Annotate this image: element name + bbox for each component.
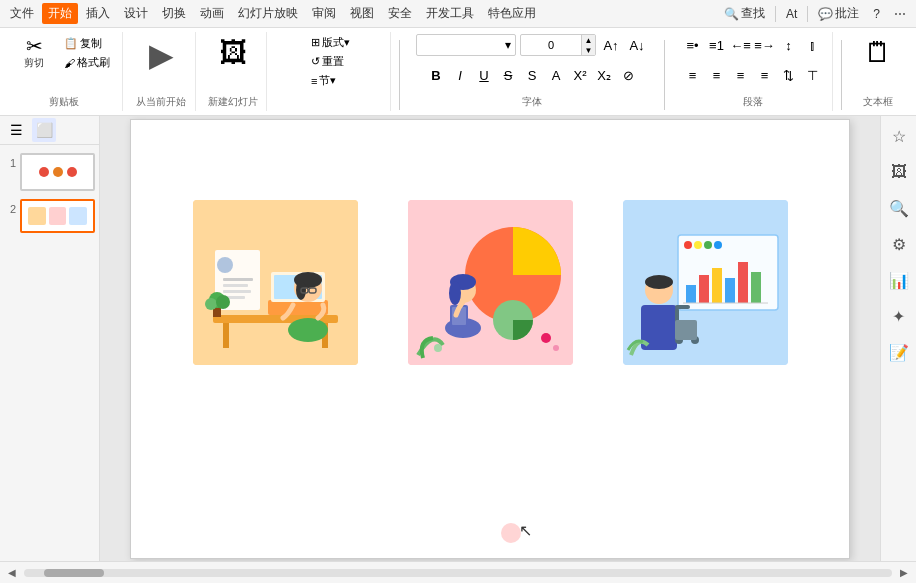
font-color-button[interactable]: A — [545, 65, 567, 87]
underline-button[interactable]: U — [473, 65, 495, 87]
menu-security[interactable]: 安全 — [382, 3, 418, 24]
right-panel-icon-4[interactable]: ⚙ — [885, 230, 913, 258]
thumb-illus2 — [49, 207, 67, 225]
format-paint-icon: 🖌 — [64, 57, 75, 69]
font-grow-button[interactable]: A↑ — [600, 34, 622, 56]
svg-point-8 — [217, 257, 233, 273]
illustration-3[interactable] — [623, 200, 788, 365]
menu-more[interactable]: ⋯ — [888, 5, 912, 23]
menu-animation[interactable]: 动画 — [194, 3, 230, 24]
font-name-dropdown[interactable]: ▾ — [416, 34, 516, 56]
justify-button[interactable]: ≡ — [754, 65, 776, 87]
ribbon-slide-group: ▶ 从当前开始 — [127, 32, 196, 111]
menu-transition[interactable]: 切换 — [156, 3, 192, 24]
scroll-left-button[interactable]: ◀ — [4, 565, 20, 581]
svg-point-27 — [541, 333, 551, 343]
svg-point-16 — [216, 295, 230, 309]
thumb-illus3 — [69, 207, 87, 225]
format-paint-button[interactable]: 🖌 格式刷 — [60, 54, 114, 71]
menu-design[interactable]: 设计 — [118, 3, 154, 24]
menu-slideshow[interactable]: 幻灯片放映 — [232, 3, 304, 24]
right-panel-icon-1[interactable]: ☆ — [885, 122, 913, 150]
reset-button[interactable]: ↺ 重置 — [307, 53, 354, 70]
text-align-vertical-button[interactable]: ⊤ — [802, 65, 824, 87]
menu-at[interactable]: At — [780, 5, 803, 23]
illus3-svg — [623, 200, 788, 365]
svg-rect-46 — [725, 278, 735, 303]
illus2-svg — [408, 200, 573, 365]
search-icon: 🔍 — [724, 7, 739, 21]
play-icon: ▶ — [149, 36, 174, 74]
illustration-2[interactable] — [408, 200, 573, 365]
textbox-button[interactable]: 🗒 — [858, 34, 898, 71]
subscript-button[interactable]: X₂ — [593, 65, 615, 87]
menu-comment[interactable]: 💬 批注 — [812, 3, 865, 24]
right-panel-icon-2[interactable]: 🖼 — [885, 158, 913, 186]
strikethrough-button[interactable]: S — [497, 65, 519, 87]
font-size-up[interactable]: ▲ — [581, 35, 595, 45]
shadow-button[interactable]: S — [521, 65, 543, 87]
reset-icon: ↺ — [311, 55, 320, 68]
slide-num-1: 1 — [4, 157, 16, 169]
menu-review[interactable]: 审阅 — [306, 3, 342, 24]
font-size-input[interactable] — [521, 39, 581, 51]
menu-view[interactable]: 视图 — [344, 3, 380, 24]
ribbon: ✂ 剪切 📋 复制 🖌 格式刷 剪贴板 ▶ 从当前开始 🖼 — [0, 28, 916, 116]
scroll-right-button[interactable]: ▶ — [896, 565, 912, 581]
font-shrink-button[interactable]: A↓ — [626, 34, 648, 56]
new-slide-button[interactable]: 🖼 — [213, 34, 253, 71]
slide-thumb-1[interactable]: 1 — [4, 153, 95, 191]
text-direction-button[interactable]: ⇅ — [778, 65, 800, 87]
numbering-button[interactable]: ≡1 — [706, 34, 728, 56]
menu-devtools[interactable]: 开发工具 — [420, 3, 480, 24]
menu-file[interactable]: 文件 — [4, 3, 40, 24]
right-panel: ☆ 🖼 🔍 ⚙ 📊 ✦ 📝 — [880, 116, 916, 561]
superscript-button[interactable]: X² — [569, 65, 591, 87]
scroll-thumb[interactable] — [44, 569, 104, 577]
start-slideshow-button[interactable]: ▶ — [135, 34, 187, 86]
copy-button[interactable]: 📋 复制 — [60, 35, 114, 52]
bullets-button[interactable]: ≡• — [682, 34, 704, 56]
menu-special[interactable]: 特色应用 — [482, 3, 542, 24]
align-center-button[interactable]: ≡ — [706, 65, 728, 87]
svg-rect-44 — [699, 275, 709, 303]
align-left-button[interactable]: ≡ — [682, 65, 704, 87]
bold-button[interactable]: B — [425, 65, 447, 87]
ribbon-divider — [399, 40, 400, 110]
slide-panel-icon[interactable]: ⬜ — [32, 118, 56, 142]
scroll-track[interactable] — [24, 569, 892, 577]
layout-button[interactable]: ⊞ 版式▾ — [307, 34, 354, 51]
ribbon-newslide-group: 🖼 新建幻灯片 — [200, 32, 267, 111]
svg-point-41 — [704, 241, 712, 249]
right-panel-icon-7[interactable]: 📝 — [885, 338, 913, 366]
right-panel-icon-6[interactable]: ✦ — [885, 302, 913, 330]
columns-button[interactable]: ⫿ — [802, 34, 824, 56]
menu-search[interactable]: 🔍 查找 — [718, 3, 771, 24]
indent-decrease-button[interactable]: ←≡ — [730, 34, 752, 56]
comment-icon: 💬 — [818, 7, 833, 21]
svg-rect-9 — [223, 278, 253, 281]
align-right-button[interactable]: ≡ — [730, 65, 752, 87]
indent-increase-button[interactable]: ≡→ — [754, 34, 776, 56]
slide-thumbnail-1[interactable] — [20, 153, 95, 191]
section-button[interactable]: ≡ 节▾ — [307, 72, 354, 89]
menu-insert[interactable]: 插入 — [80, 3, 116, 24]
svg-rect-43 — [686, 285, 696, 303]
slide-thumb-2[interactable]: 2 — [4, 199, 95, 233]
cut-icon: ✂ — [26, 36, 43, 56]
italic-button[interactable]: I — [449, 65, 471, 87]
clear-format-button[interactable]: ⊘ — [617, 65, 639, 87]
font-size-box: ▲ ▼ — [520, 34, 596, 56]
right-panel-icon-5[interactable]: 📊 — [885, 266, 913, 294]
right-panel-icon-3[interactable]: 🔍 — [885, 194, 913, 222]
slide-thumbnail-2[interactable] — [20, 199, 95, 233]
illustration-1[interactable] — [193, 200, 358, 365]
line-spacing-button[interactable]: ↕ — [778, 34, 800, 56]
slide-canvas[interactable]: ↖ — [130, 119, 850, 559]
font-size-down[interactable]: ▼ — [581, 45, 595, 55]
cut-button[interactable]: ✂ 剪切 — [14, 34, 54, 72]
outline-view-icon[interactable]: ☰ — [4, 118, 28, 142]
menu-help[interactable]: ? — [867, 5, 886, 23]
menu-start[interactable]: 开始 — [42, 3, 78, 24]
layout-icon: ⊞ — [311, 36, 320, 49]
